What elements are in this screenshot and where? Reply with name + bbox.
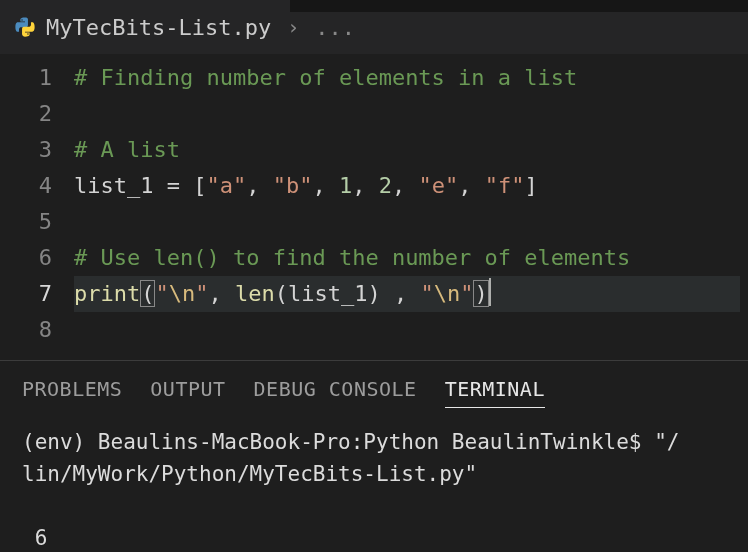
- comma-token: ,: [458, 173, 485, 198]
- terminal-output[interactable]: (env) Beaulins-MacBook-Pro:Python Beauli…: [0, 418, 748, 552]
- line-number-gutter: 1 2 3 4 5 6 7 8: [0, 60, 74, 348]
- bracket-token: ]: [524, 173, 537, 198]
- paren-token: ): [367, 281, 380, 306]
- line-number: 1: [0, 60, 52, 96]
- comma-token: ,: [381, 281, 421, 306]
- tab-debug-console[interactable]: DEBUG CONSOLE: [254, 377, 417, 408]
- matched-bracket-token: (: [140, 280, 155, 307]
- escape-token: \n: [169, 281, 196, 306]
- code-line[interactable]: # Use len() to find the number of elemen…: [74, 240, 748, 276]
- tab-output[interactable]: OUTPUT: [150, 377, 225, 408]
- line-number: 3: [0, 132, 52, 168]
- line-number: 4: [0, 168, 52, 204]
- terminal-line: (env) Beaulins-MacBook-Pro:Python Beauli…: [22, 430, 679, 454]
- comma-token: ,: [208, 281, 235, 306]
- string-token: "b": [273, 173, 313, 198]
- tab-problems[interactable]: PROBLEMS: [22, 377, 122, 408]
- python-file-icon: [14, 16, 36, 38]
- identifier-token: list_1: [288, 281, 367, 306]
- string-token: ": [420, 281, 433, 306]
- chevron-right-icon: ›: [281, 15, 305, 39]
- string-token: ": [195, 281, 208, 306]
- code-line[interactable]: # Finding number of elements in a list: [74, 60, 748, 96]
- bottom-panel: PROBLEMS OUTPUT DEBUG CONSOLE TERMINAL (…: [0, 360, 748, 552]
- comment-token: # Use len() to find the number of elemen…: [74, 245, 630, 270]
- line-number: 8: [0, 312, 52, 348]
- panel-tab-bar: PROBLEMS OUTPUT DEBUG CONSOLE TERMINAL: [0, 361, 748, 418]
- number-token: 1: [339, 173, 352, 198]
- comma-token: ,: [312, 173, 339, 198]
- terminal-result: 6: [22, 526, 47, 550]
- bracket-token: [: [193, 173, 206, 198]
- paren-token: (: [275, 281, 288, 306]
- code-line[interactable]: # A list: [74, 132, 748, 168]
- matched-bracket-token: ): [473, 280, 488, 307]
- function-token: print: [74, 281, 140, 306]
- code-area[interactable]: # Finding number of elements in a list #…: [74, 60, 748, 348]
- breadcrumb-rest[interactable]: ...: [315, 15, 355, 40]
- code-line[interactable]: [74, 312, 748, 348]
- line-number: 6: [0, 240, 52, 276]
- escape-token: \n: [434, 281, 461, 306]
- breadcrumb-filename[interactable]: MyTecBits-List.py: [46, 15, 271, 40]
- line-number: 7: [0, 276, 52, 312]
- text-cursor: [489, 278, 491, 306]
- string-token: "f": [485, 173, 525, 198]
- string-token: ": [155, 281, 168, 306]
- number-token: 2: [379, 173, 392, 198]
- code-line[interactable]: list_1 = ["a", "b", 1, 2, "e", "f"]: [74, 168, 748, 204]
- code-line[interactable]: print("\n", len(list_1) , "\n"): [74, 276, 740, 312]
- code-line[interactable]: [74, 204, 748, 240]
- comma-token: ,: [246, 173, 273, 198]
- identifier-token: list_1: [74, 173, 153, 198]
- string-token: ": [460, 281, 473, 306]
- comma-token: ,: [352, 173, 379, 198]
- code-editor[interactable]: 1 2 3 4 5 6 7 8 # Finding number of elem…: [0, 54, 748, 348]
- function-token: len: [235, 281, 275, 306]
- string-token: "a": [206, 173, 246, 198]
- comment-token: # A list: [74, 137, 180, 162]
- string-token: "e": [418, 173, 458, 198]
- operator-token: =: [153, 173, 193, 198]
- comma-token: ,: [392, 173, 419, 198]
- comment-token: # Finding number of elements in a list: [74, 65, 577, 90]
- line-number: 2: [0, 96, 52, 132]
- code-line[interactable]: [74, 96, 748, 132]
- inactive-tab-area: [290, 0, 748, 12]
- terminal-line: lin/MyWork/Python/MyTecBits-List.py": [22, 462, 477, 486]
- line-number: 5: [0, 204, 52, 240]
- tab-terminal[interactable]: TERMINAL: [445, 377, 545, 408]
